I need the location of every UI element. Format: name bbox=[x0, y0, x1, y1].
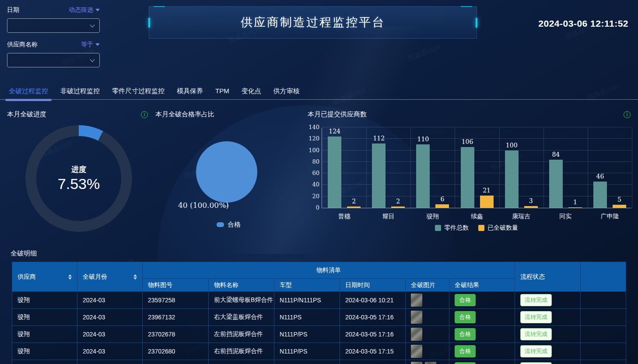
result-badge: 合格 bbox=[455, 362, 476, 364]
y-axis-tick-label: 0 bbox=[300, 205, 319, 211]
cell-model bbox=[274, 360, 340, 364]
y-axis-tick-label: 20 bbox=[300, 193, 319, 200]
table-body: 骏翔2024-0323597258前大梁螺母板B焊合件N111P/N111PS2… bbox=[12, 292, 626, 364]
sort-icon[interactable] bbox=[68, 274, 72, 280]
bar-done[interactable] bbox=[435, 204, 449, 208]
category-separator bbox=[455, 128, 455, 208]
cell-part-no: 23597258 bbox=[143, 292, 209, 309]
col-header-month[interactable]: 全破月份 bbox=[77, 262, 143, 292]
bar-done[interactable] bbox=[391, 206, 405, 208]
result-badge: 合格 bbox=[455, 328, 476, 340]
part-photo[interactable] bbox=[411, 362, 422, 364]
cell-part-name: 前大梁螺母板B焊合件 bbox=[209, 292, 274, 309]
tab-6[interactable]: 变化点 bbox=[242, 84, 261, 100]
bar-total[interactable] bbox=[328, 136, 341, 208]
cell-datetime bbox=[340, 360, 406, 364]
bar-total[interactable] bbox=[416, 144, 430, 208]
chevron-down-icon bbox=[90, 57, 95, 62]
date-filter-select[interactable] bbox=[7, 18, 100, 33]
cell-result: 合格 bbox=[449, 343, 515, 360]
category-separator bbox=[632, 128, 632, 208]
bar-value-label: 5 bbox=[610, 196, 629, 203]
pie-legend[interactable]: 合格 bbox=[155, 220, 302, 229]
y-axis-tick-label: 40 bbox=[300, 182, 319, 188]
result-badge: 合格 bbox=[455, 311, 476, 323]
cell-part-name: 右大梁盖板焊合件 bbox=[209, 309, 274, 326]
cell-empty bbox=[581, 360, 626, 364]
cell-image bbox=[406, 292, 449, 309]
cell-status: 流转完成 bbox=[515, 309, 581, 326]
cell-image bbox=[406, 326, 449, 343]
date-filter-label: 日期 bbox=[7, 6, 19, 14]
title-banner: 供应商制造过程监控平台 bbox=[149, 6, 477, 38]
bar-value-label: 112 bbox=[369, 135, 389, 142]
legend-swatch bbox=[478, 225, 484, 231]
info-icon[interactable]: i bbox=[624, 111, 631, 118]
date-filter-operator[interactable]: 动态筛选 bbox=[69, 6, 100, 14]
bar-panel-title: 本月已提交供应商数 bbox=[308, 110, 367, 119]
supplier-filter-select[interactable] bbox=[7, 53, 100, 67]
bar-done[interactable] bbox=[480, 196, 494, 208]
progress-value: 7.53% bbox=[58, 175, 100, 192]
legend-swatch bbox=[435, 225, 441, 231]
cell-month: 2024-03 bbox=[77, 292, 143, 309]
part-photo[interactable] bbox=[411, 345, 422, 358]
bar-total[interactable] bbox=[505, 150, 519, 208]
tab-7[interactable]: 供方审核 bbox=[273, 84, 300, 100]
bar-value-label: 84 bbox=[546, 151, 565, 158]
bar-value-label: 106 bbox=[458, 138, 477, 145]
sort-icon[interactable] bbox=[133, 274, 137, 280]
status-badge[interactable]: 流转完成 bbox=[520, 328, 552, 340]
status-badge[interactable]: 流转完成 bbox=[520, 362, 552, 364]
cell-empty bbox=[581, 292, 626, 309]
cell-supplier: 骏翔 bbox=[12, 309, 77, 326]
cell-status: 流转完成 bbox=[515, 360, 581, 364]
cell-supplier bbox=[12, 360, 77, 364]
table-row: 骏翔2024-0323702678左前挡泥板焊合件N111P/PS2024-03… bbox=[12, 326, 626, 343]
bar-done[interactable] bbox=[347, 206, 361, 208]
tab-3[interactable]: 零件尺寸过程监控 bbox=[112, 84, 165, 100]
banner-accent bbox=[154, 6, 165, 7]
bar-done[interactable] bbox=[524, 206, 538, 208]
status-badge[interactable]: 流转完成 bbox=[520, 311, 552, 323]
part-photo[interactable] bbox=[411, 294, 422, 307]
col-header-status: 流程状态 bbox=[515, 262, 581, 292]
info-icon[interactable]: i bbox=[141, 111, 148, 118]
tab-4[interactable]: 模具保养 bbox=[177, 84, 203, 100]
bar-plot: 0204060801001201401242普穗1122耀目1106骏翔1062… bbox=[322, 128, 631, 208]
part-photo[interactable] bbox=[411, 311, 422, 324]
cell-month: 2024-03 bbox=[77, 309, 143, 326]
cell-month: 2024-03 bbox=[77, 326, 143, 343]
legend-swatch bbox=[217, 222, 224, 227]
panel-pass-rate: 本月全破合格率占比 40 (100.00%) 合格 bbox=[155, 110, 302, 239]
part-photo[interactable] bbox=[425, 362, 436, 364]
category-separator bbox=[410, 128, 411, 208]
cell-result: 合格 bbox=[449, 326, 515, 343]
gridline bbox=[322, 127, 631, 127]
status-badge[interactable]: 流转完成 bbox=[520, 345, 552, 357]
tab-2[interactable]: 非破过程监控 bbox=[60, 84, 100, 100]
bar-done[interactable] bbox=[568, 207, 582, 208]
cell-empty bbox=[581, 343, 626, 360]
bar-total[interactable] bbox=[549, 160, 563, 208]
supplier-filter-operator[interactable]: 等于 bbox=[81, 41, 100, 49]
legend-item[interactable]: 已全破数量 bbox=[478, 224, 518, 232]
clock: 2024-03-06 12:11:52 bbox=[538, 18, 628, 29]
cell-part-name: 左前挡泥板焊合件 bbox=[209, 326, 274, 343]
tab-5[interactable]: TPM bbox=[215, 84, 229, 100]
col-header-supplier[interactable]: 供应商 bbox=[12, 262, 77, 292]
bar-total[interactable] bbox=[372, 144, 386, 208]
progress-center-text: 进度 7.53% bbox=[25, 125, 132, 232]
panel-submitted-suppliers: 本月已提交供应商数 i 0204060801001201401242普穗1122… bbox=[305, 110, 634, 239]
bar-done[interactable] bbox=[613, 205, 626, 208]
caret-down-icon bbox=[95, 43, 100, 46]
legend-item[interactable]: 零件总数 bbox=[435, 224, 469, 232]
legend-label: 零件总数 bbox=[444, 224, 469, 232]
bar-value-label: 6 bbox=[433, 196, 452, 203]
tab-1[interactable]: 全破过程监控 bbox=[9, 84, 48, 100]
part-photo[interactable] bbox=[411, 328, 422, 341]
cell-month: 2024-03 bbox=[77, 343, 143, 360]
bar-total[interactable] bbox=[461, 147, 474, 208]
bar-total[interactable] bbox=[593, 182, 607, 208]
status-badge[interactable]: 流转完成 bbox=[520, 294, 552, 306]
